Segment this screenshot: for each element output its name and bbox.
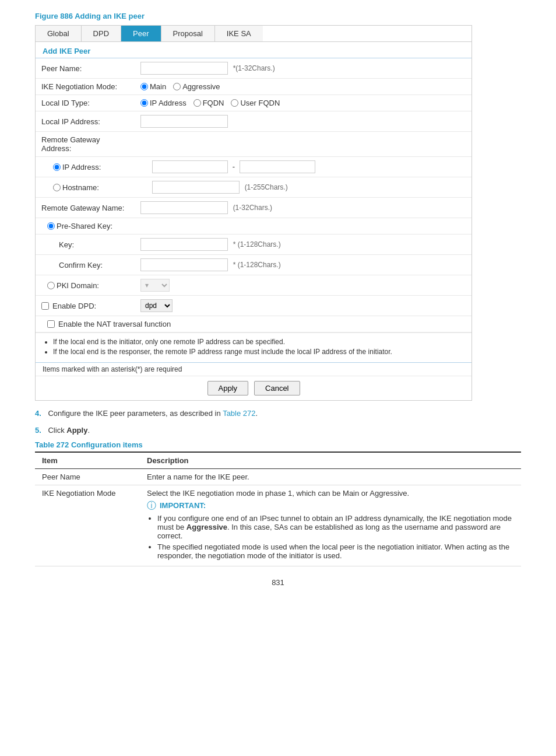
label-hostname: Hostname:	[36, 177, 135, 198]
remote-ip-separator: -	[233, 162, 235, 171]
row-ike-mode: IKE Negotiation Mode: Main Aggressive	[36, 79, 471, 95]
desc-ike-mode: Select the IKE negotiation mode in phase…	[140, 485, 521, 566]
radio-remote-ip-input[interactable]	[53, 163, 61, 171]
radio-user-fqdn-input[interactable]	[231, 99, 238, 107]
tab-proposal[interactable]: Proposal	[161, 26, 215, 41]
field-dpd: dpd	[135, 296, 471, 316]
item-peer-name: Peer Name	[35, 469, 140, 485]
radio-fqdn-label: FQDN	[203, 99, 224, 107]
table-header-row: Item Description	[35, 452, 521, 469]
step-5-text: Click	[48, 426, 66, 435]
table-title: Table 272 Configuration items	[35, 440, 521, 449]
step-5: 5. Click Apply.	[35, 426, 521, 435]
col-item-header: Item	[35, 452, 140, 469]
label-peer-name: Peer Name:	[36, 58, 135, 79]
row-confirm-key: Confirm Key: * (1-128Chars.)	[36, 255, 471, 275]
bullet-2: The specified negotiated mode is used wh…	[157, 542, 514, 560]
field-local-id: IP Address FQDN User FQDN	[135, 95, 471, 111]
button-row: Apply Cancel	[36, 376, 471, 400]
radio-preshared[interactable]: Pre-Shared Key:	[47, 222, 129, 230]
field-pki: ▾	[135, 275, 471, 296]
field-remote-gw-name: (1-32Chars.)	[135, 198, 471, 218]
tab-global[interactable]: Global	[36, 26, 82, 41]
nat-label-text: Enable the NAT traversal function	[58, 320, 171, 328]
notes-list: If the local end is the initiator, only …	[53, 338, 464, 356]
desc-table: Item Description Peer Name Enter a name …	[35, 452, 521, 566]
field-remote-gw-empty	[135, 132, 471, 157]
field-peer-name: *(1-32Chars.)	[135, 58, 471, 79]
radio-user-fqdn[interactable]: User FQDN	[231, 99, 280, 107]
input-confirm-key[interactable]	[140, 258, 228, 271]
step-5-bold: Apply	[66, 426, 87, 435]
radio-remote-ip-label: IP Address:	[62, 163, 101, 172]
label-pki: PKI Domain:	[36, 275, 135, 296]
table-272-link[interactable]: Table 272	[223, 409, 255, 418]
tab-ike-sa[interactable]: IKE SA	[215, 26, 263, 41]
col-desc-header: Description	[140, 452, 521, 469]
notes-area: If the local end is the initiator, only …	[36, 332, 471, 362]
hint-confirm-key: * (1-128Chars.)	[233, 261, 281, 269]
hint-hostname: (1-255Chars.)	[245, 183, 288, 191]
step-4-num: 4.	[35, 409, 41, 418]
radio-aggressive[interactable]: Aggressive	[173, 82, 220, 91]
item-ike-mode: IKE Negotiation Mode	[35, 485, 140, 566]
row-hostname: Hostname: (1-255Chars.)	[36, 177, 471, 198]
ike-mode-desc: Select the IKE negotiation mode in phase…	[147, 489, 514, 498]
tab-peer[interactable]: Peer	[121, 26, 161, 41]
step-5-num: 5.	[35, 426, 41, 435]
checkbox-dpd[interactable]	[41, 302, 49, 310]
radio-remote-ip[interactable]: IP Address:	[53, 163, 129, 172]
checkbox-nat-label[interactable]: Enable the NAT traversal function	[47, 320, 466, 328]
input-local-ip[interactable]	[140, 115, 228, 128]
radio-main-input[interactable]	[140, 83, 148, 90]
input-remote-ip-2[interactable]	[240, 160, 315, 173]
radio-ip-address-input[interactable]	[140, 99, 148, 107]
radio-preshared-label: Pre-Shared Key:	[57, 222, 112, 230]
input-hostname[interactable]	[152, 181, 240, 194]
bullet-1: If you configure one end of an IPsec tun…	[157, 514, 514, 540]
step-4-text: Configure the IKE peer parameters, as de…	[48, 409, 223, 418]
pki-select[interactable]: ▾	[140, 279, 170, 292]
radio-hostname-input[interactable]	[53, 184, 61, 191]
radio-fqdn[interactable]: FQDN	[193, 99, 224, 107]
field-remote-ip: -	[135, 157, 471, 177]
tab-dpd[interactable]: DPD	[82, 26, 121, 41]
radio-pki[interactable]: PKI Domain:	[47, 281, 129, 290]
input-peer-name[interactable]	[140, 62, 228, 75]
desc-peer-name: Enter a name for the IKE peer.	[140, 469, 521, 485]
field-local-ip	[135, 111, 471, 132]
input-remote-ip-1[interactable]	[152, 160, 228, 173]
label-preshared: Pre-Shared Key:	[36, 218, 135, 235]
radio-pki-input[interactable]	[47, 282, 55, 289]
radio-hostname[interactable]: Hostname:	[53, 183, 129, 192]
radio-aggressive-input[interactable]	[173, 83, 181, 90]
dpd-select[interactable]: dpd	[140, 299, 173, 312]
section-header: Add IKE Peer	[36, 42, 471, 58]
apply-button[interactable]: Apply	[207, 381, 249, 396]
field-nat: Enable the NAT traversal function	[36, 316, 471, 332]
label-remote-ip: IP Address:	[36, 157, 135, 177]
step-4: 4. Configure the IKE peer parameters, as…	[35, 409, 521, 418]
radio-ip-address[interactable]: IP Address	[140, 99, 186, 107]
radio-main[interactable]: Main	[140, 82, 166, 91]
field-hostname: (1-255Chars.)	[135, 177, 471, 198]
dpd-label-text: Enable DPD:	[52, 302, 96, 310]
checkbox-dpd-label[interactable]: Enable DPD:	[41, 302, 129, 310]
radio-preshared-input[interactable]	[47, 222, 55, 230]
radio-ip-address-label: IP Address	[150, 99, 186, 107]
radio-main-label: Main	[150, 82, 166, 91]
note-1: If the local end is the initiator, only …	[53, 338, 464, 346]
cancel-button[interactable]: Cancel	[254, 381, 300, 396]
form-container: Add IKE Peer Peer Name: *(1-32Chars.) IK…	[35, 41, 472, 401]
input-remote-gw-name[interactable]	[140, 201, 228, 214]
radio-fqdn-input[interactable]	[193, 99, 201, 107]
page-number: 831	[35, 578, 521, 587]
label-remote-gw: Remote Gateway Address:	[36, 132, 135, 157]
row-preshared: Pre-Shared Key:	[36, 218, 471, 235]
row-remote-ip: IP Address: -	[36, 157, 471, 177]
checkbox-nat[interactable]	[47, 320, 55, 328]
note-2: If the local end is the responser, the r…	[53, 348, 464, 356]
label-remote-gw-name: Remote Gateway Name:	[36, 198, 135, 218]
figure-title: Figure 886 Adding an IKE peer	[35, 12, 521, 20]
input-key[interactable]	[140, 238, 228, 251]
